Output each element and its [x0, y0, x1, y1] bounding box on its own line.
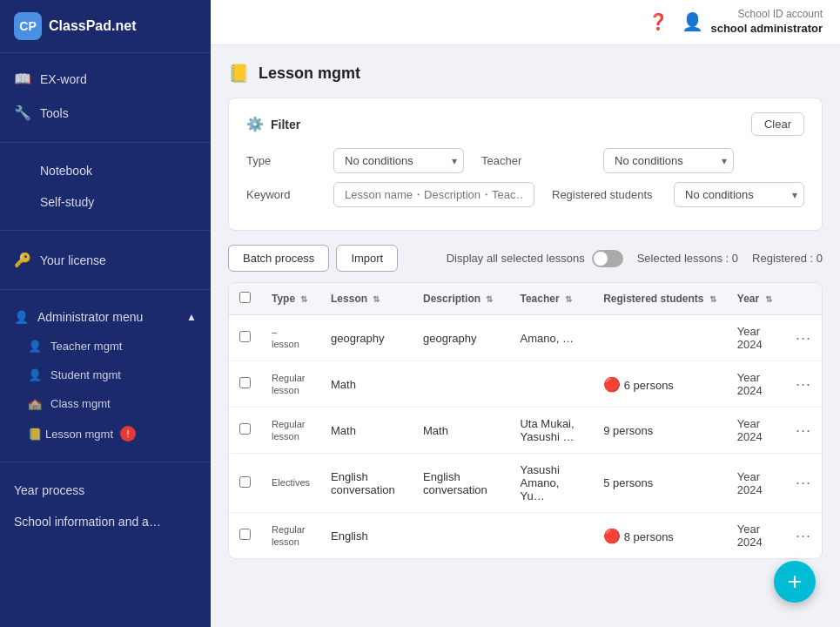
filter-header: ⚙️ Filter Clear — [246, 112, 804, 136]
row-lesson: English conversation — [320, 454, 413, 513]
display-toggle[interactable] — [592, 250, 623, 267]
page-title-icon: 📒 — [228, 63, 250, 84]
row-checkbox-cell — [229, 361, 261, 408]
row-checkbox[interactable] — [239, 476, 251, 488]
filter-row-type: Type No conditions Teacher No conditions — [246, 148, 804, 173]
sidebar-item-year-process[interactable]: Year process — [0, 475, 211, 506]
sidebar: CP ClassPad.net 📖 EX-word 🔧 Tools Notebo… — [0, 0, 211, 627]
topbar-user-text: School ID account school administrator — [710, 8, 823, 36]
registered-students-select[interactable]: No conditions — [674, 182, 804, 207]
row-type: –lesson — [261, 315, 320, 361]
row-type: Regularlesson — [261, 408, 320, 454]
sidebar-item-label: EX-word — [40, 72, 87, 86]
row-checkbox[interactable] — [239, 423, 251, 435]
row-teacher: Uta Mukai, Yasushi … — [509, 408, 593, 454]
select-all-checkbox[interactable] — [239, 292, 251, 303]
description-sort-icon[interactable]: ⇅ — [486, 294, 493, 304]
sidebar-logo[interactable]: CP ClassPad.net — [0, 0, 211, 53]
sidebar-item-label: Class mgmt — [50, 397, 111, 410]
sidebar-item-class-mgmt[interactable]: 🏫 Class mgmt — [0, 389, 211, 418]
row-more-button[interactable]: ··· — [796, 527, 811, 545]
lesson-icon: 📒 — [28, 428, 42, 441]
sidebar-item-student-mgmt[interactable]: 👤 Student mgmt — [0, 361, 211, 389]
sidebar-item-your-license[interactable]: 🔑 Your license — [0, 243, 211, 277]
teacher-select-wrapper[interactable]: No conditions — [603, 148, 734, 173]
page-title: 📒 Lesson mgmt — [228, 63, 823, 84]
sidebar-item-label: Your license — [40, 253, 106, 267]
header-year: Year ⇅ — [727, 283, 785, 315]
row-description: Math — [413, 408, 509, 454]
type-sort-icon[interactable]: ⇅ — [300, 294, 307, 304]
row-actions: ··· — [785, 454, 822, 513]
filter-registered-label: Registered students — [552, 188, 656, 201]
help-icon[interactable]: ❓ — [648, 12, 668, 31]
filter-title: ⚙️ Filter — [246, 116, 300, 132]
sidebar-item-label: Administrator menu — [37, 310, 143, 324]
registered-sort-icon[interactable]: ⇅ — [709, 294, 716, 304]
table-row: Regularlesson Math Math Uta Mukai, Yasus… — [229, 408, 822, 454]
row-year: Year 2024 — [727, 361, 785, 408]
row-description: geography — [413, 315, 509, 361]
sidebar-item-administrator-menu[interactable]: 👤 Administrator menu ▲ — [0, 302, 211, 332]
header-actions — [785, 283, 822, 315]
sidebar-item-self-study[interactable]: Self-study — [0, 186, 211, 218]
clear-button[interactable]: Clear — [751, 112, 804, 136]
row-checkbox[interactable] — [239, 331, 251, 342]
row-year: Year 2024 — [727, 408, 785, 454]
row-checkbox-cell — [229, 315, 261, 361]
row-more-button[interactable]: ··· — [796, 421, 811, 440]
row-checkbox-cell — [229, 454, 261, 513]
fab-button[interactable]: + — [774, 561, 816, 603]
sidebar-item-tools[interactable]: 🔧 Tools — [0, 96, 211, 130]
sidebar-item-school-info[interactable]: School information and a… — [0, 506, 211, 537]
row-more-button[interactable]: ··· — [796, 375, 811, 394]
lessons-table: Type ⇅ Lesson ⇅ Description ⇅ Teacher — [229, 283, 822, 558]
lessons-table-wrapper: Type ⇅ Lesson ⇅ Description ⇅ Teacher — [228, 282, 823, 559]
header-lesson: Lesson ⇅ — [320, 283, 413, 315]
toolbar-left: Batch process Import — [228, 245, 398, 272]
row-lesson: Math — [320, 408, 413, 454]
display-toggle-label: Display all selected lessons — [447, 252, 585, 265]
row-teacher: Yasushi Amano, Yu… — [509, 454, 593, 513]
sidebar-item-label: Tools — [40, 106, 69, 120]
row-checkbox-cell — [229, 408, 261, 454]
teacher-sort-icon[interactable]: ⇅ — [565, 294, 572, 304]
admin-icon: 👤 — [14, 310, 29, 324]
sidebar-item-label: School information and a… — [14, 515, 161, 529]
row-type: Regularlesson — [261, 513, 320, 559]
sidebar-item-teacher-mgmt[interactable]: 👤 Teacher mgmt — [0, 332, 211, 361]
keyword-input[interactable] — [333, 182, 534, 207]
row-checkbox[interactable] — [239, 529, 251, 540]
teacher-icon: 👤 — [28, 340, 42, 353]
type-select[interactable]: No conditions — [333, 148, 464, 173]
type-select-wrapper[interactable]: No conditions — [333, 148, 464, 173]
year-sort-icon[interactable]: ⇅ — [765, 294, 772, 304]
row-checkbox[interactable] — [239, 377, 251, 388]
header-type: Type ⇅ — [261, 283, 320, 315]
registered-select-wrapper[interactable]: No conditions — [674, 182, 804, 207]
table-body: –lesson geography geography Amano, … Yea… — [229, 315, 822, 559]
lesson-sort-icon[interactable]: ⇅ — [373, 294, 380, 304]
import-button[interactable]: Import — [336, 245, 398, 272]
row-year: Year 2024 — [727, 454, 785, 513]
topbar-user-line2: school administrator — [710, 22, 823, 37]
row-more-button[interactable]: ··· — [796, 474, 811, 492]
row-type: Regularlesson — [261, 361, 320, 408]
topbar-user: 👤 School ID account school administrator — [682, 8, 823, 36]
sidebar-divider — [0, 142, 211, 143]
filter-keyword-label: Keyword — [246, 188, 316, 201]
sidebar-mid-section: Notebook Self-study — [0, 146, 211, 226]
filter-title-text: Filter — [271, 118, 300, 131]
row-more-button[interactable]: ··· — [796, 329, 811, 347]
toolbar-right: Display all selected lessons Selected le… — [447, 250, 823, 267]
topbar-actions: ❓ 👤 School ID account school administrat… — [648, 8, 823, 36]
sidebar-item-ex-word[interactable]: 📖 EX-word — [0, 62, 211, 96]
sidebar-item-notebook[interactable]: Notebook — [0, 155, 211, 186]
sidebar-item-label: Lesson mgmt — [45, 428, 113, 441]
logo-icon: CP — [14, 12, 42, 40]
teacher-select[interactable]: No conditions — [603, 148, 734, 173]
sidebar-divider-4 — [0, 462, 211, 462]
row-checkbox-cell — [229, 513, 261, 559]
sidebar-item-lesson-mgmt[interactable]: 📒 Lesson mgmt ! — [0, 418, 211, 449]
batch-process-button[interactable]: Batch process — [228, 245, 329, 272]
